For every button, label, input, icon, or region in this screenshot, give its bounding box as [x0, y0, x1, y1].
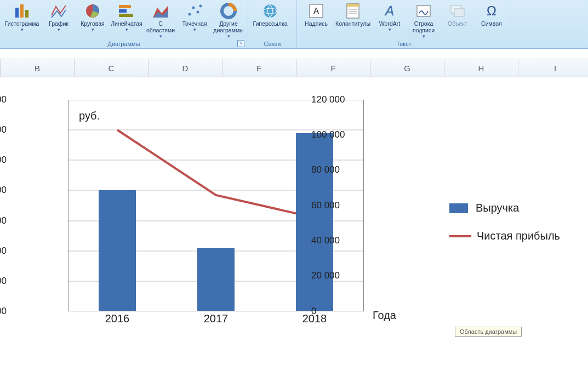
svg-rect-24 — [417, 5, 430, 16]
chevron-down-icon: ▾ — [227, 33, 230, 39]
btn-line-chart[interactable]: График ▾ — [42, 1, 76, 41]
x-tick: 2016 — [105, 312, 130, 325]
chevron-down-icon: ▾ — [21, 27, 24, 32]
col-header[interactable]: I — [518, 59, 588, 77]
hyperlink-icon — [261, 2, 279, 20]
svg-text:Ω: Ω — [487, 3, 496, 18]
header-footer-icon — [344, 2, 362, 20]
col-header[interactable]: D — [149, 59, 222, 77]
svg-text:A: A — [313, 7, 319, 16]
y-left-tick: 700 000 — [0, 124, 7, 135]
svg-rect-1 — [20, 4, 24, 18]
signature-icon — [415, 2, 432, 20]
svg-point-10 — [192, 7, 195, 9]
btn-pie-chart[interactable]: Круговая ▾ — [76, 1, 110, 41]
chevron-down-icon: ▾ — [193, 27, 196, 32]
btn-other-charts[interactable]: Другие диаграммы ▾ — [212, 1, 246, 41]
group-title-links: Связи — [250, 41, 294, 48]
bar-chart-icon — [13, 2, 31, 20]
btn-histogram[interactable]: Гистограмма ▾ — [2, 1, 42, 41]
y-left-tick: 680 000 — [0, 155, 7, 166]
svg-rect-0 — [15, 8, 19, 18]
object-icon — [449, 2, 466, 20]
col-header[interactable]: G — [370, 59, 444, 77]
btn-signature-line[interactable]: Строка подписи ▾ — [407, 1, 441, 41]
legend: Выручка Чистая прибыль — [449, 202, 560, 258]
y-right-tick: 80 000 — [311, 164, 366, 175]
col-header[interactable]: C — [75, 59, 149, 77]
group-title-text: Текст — [299, 41, 509, 48]
ribbon-group-links: Гиперссылка Связи — [248, 0, 297, 48]
y-right-tick: 100 000 — [311, 129, 366, 140]
btn-symbol[interactable]: Ω Символ — [475, 1, 509, 41]
col-header[interactable]: E — [222, 59, 296, 77]
svg-rect-2 — [25, 10, 28, 18]
btn-wordart[interactable]: A WordArt ▾ — [373, 1, 407, 41]
chevron-down-icon: ▾ — [159, 33, 162, 39]
svg-point-11 — [197, 11, 199, 14]
svg-point-12 — [199, 5, 202, 8]
legend-swatch-line — [449, 235, 471, 237]
other-charts-icon — [220, 2, 237, 20]
scatter-chart-icon — [186, 2, 203, 20]
chart-area[interactable]: 580 000 600 000 620 000 640 000 660 000 … — [11, 92, 581, 361]
y-left-tick: 600 000 — [0, 276, 7, 287]
ribbon-group-charts: Гистограмма ▾ График ▾ Круговая ▾ — [0, 0, 248, 48]
x-tick: 2017 — [204, 312, 229, 325]
btn-hbar-chart[interactable]: Линейчатая ▾ — [110, 1, 144, 41]
chevron-down-icon: ▾ — [125, 27, 128, 32]
y-right-tick: 40 000 — [311, 235, 366, 246]
svg-point-9 — [189, 13, 191, 16]
y-right-tick: 60 000 — [311, 200, 366, 211]
svg-rect-5 — [119, 9, 127, 13]
pie-chart-icon — [84, 2, 101, 20]
y-left-tick: 620 000 — [0, 246, 7, 257]
ribbon-group-text: A Надпись Колонтитулы A WordArt ▾ — [297, 0, 511, 48]
legend-item-line: Чистая прибыль — [449, 230, 560, 242]
legend-swatch-bar — [449, 203, 468, 213]
y-left-tick: 580 000 — [0, 306, 7, 317]
line-chart-icon — [50, 2, 67, 20]
col-header[interactable]: F — [296, 59, 370, 77]
unit-annotation: руб. — [79, 110, 100, 122]
btn-area-chart[interactable]: С областями ▾ — [144, 1, 178, 41]
group-title-charts: Диаграммы ↘ — [2, 41, 246, 48]
btn-object[interactable]: Объект — [441, 1, 475, 41]
column-headers: B C D E F G H I — [0, 59, 588, 77]
area-chart-icon — [152, 2, 169, 20]
svg-rect-6 — [119, 14, 133, 17]
ribbon: Гистограмма ▾ График ▾ Круговая ▾ — [0, 0, 588, 49]
y-left-tick: 640 000 — [0, 215, 7, 226]
y-left-tick: 720 000 — [0, 94, 7, 105]
y-left-tick: 660 000 — [0, 185, 7, 196]
svg-rect-19 — [347, 4, 359, 7]
svg-point-14 — [264, 4, 277, 18]
svg-text:A: A — [384, 3, 394, 18]
hbar-chart-icon — [118, 2, 135, 20]
x-axis-title: Года — [373, 309, 396, 322]
col-header[interactable]: B — [0, 59, 75, 77]
chevron-down-icon: ▾ — [58, 27, 60, 32]
legend-item-bar: Выручка — [449, 202, 560, 214]
chevron-down-icon: ▾ — [92, 27, 94, 32]
chevron-down-icon: ▾ — [423, 33, 425, 39]
chevron-down-icon: ▾ — [389, 27, 391, 32]
textbox-icon: A — [307, 2, 325, 20]
dialog-launcher-icon[interactable]: ↘ — [237, 40, 244, 47]
wordart-icon: A — [381, 2, 398, 20]
x-tick: 2018 — [302, 312, 327, 325]
btn-header-footer[interactable]: Колонтитулы — [333, 1, 373, 41]
btn-hyperlink[interactable]: Гиперссылка — [250, 1, 290, 41]
chart-tooltip: Область диаграммы — [455, 327, 522, 337]
y-right-tick: 120 000 — [311, 94, 366, 105]
btn-textbox[interactable]: A Надпись — [299, 1, 333, 41]
svg-rect-26 — [454, 9, 464, 16]
btn-scatter-chart[interactable]: Точечная ▾ — [178, 1, 212, 41]
y-right-tick: 20 000 — [311, 270, 366, 281]
col-header[interactable]: H — [444, 59, 518, 77]
svg-rect-4 — [119, 5, 131, 8]
symbol-icon: Ω — [483, 2, 500, 20]
